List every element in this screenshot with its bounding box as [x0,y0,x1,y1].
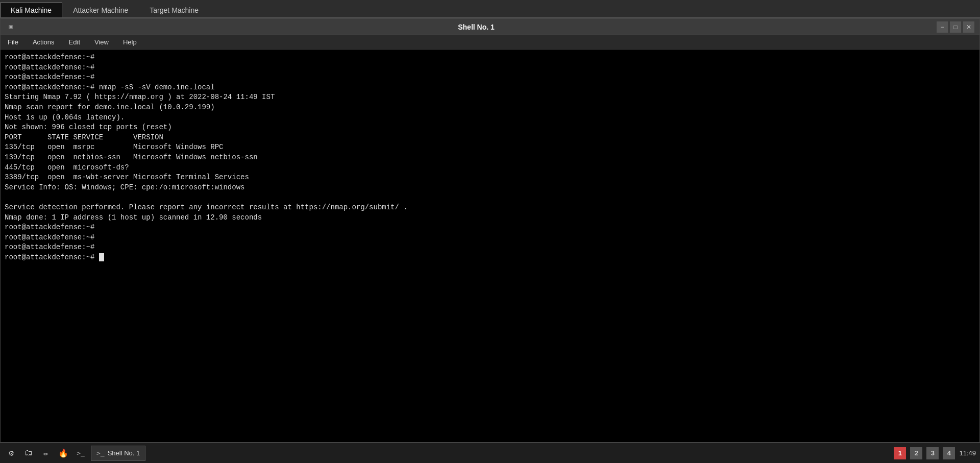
taskbar-firefox-icon[interactable]: 🔥 [56,446,70,460]
menu-help[interactable]: Help [120,37,140,47]
menu-view[interactable]: View [91,37,112,47]
menu-actions[interactable]: Actions [30,37,58,47]
taskbar: ⚙ 🗂 ✏ 🔥 >_ >_ Shell No. 1 1 2 3 4 11:49 [0,443,980,463]
tab-kali-machine[interactable]: Kali Machine [0,3,62,17]
taskbar-app-label: Shell No. 1 [108,449,140,457]
menu-bar: File Actions Edit View Help [1,35,979,50]
taskbar-editor-icon[interactable]: ✏ [39,446,53,460]
window-title: Shell No. 1 [16,23,937,31]
taskbar-shell-app[interactable]: >_ Shell No. 1 [91,446,145,461]
clock: 11:49 [959,449,976,457]
menu-file[interactable]: File [5,37,21,47]
pager-4-button[interactable]: 4 [943,447,955,459]
taskbar-right: 1 2 3 4 11:49 [894,447,976,459]
pager-1-button[interactable]: 1 [894,447,906,459]
minimize-button[interactable]: − [937,21,948,33]
terminal-output[interactable]: root@attackdefense:~# root@attackdefense… [1,50,979,442]
tab-bar: Kali Machine Attacker Machine Target Mac… [0,0,980,18]
window-controls: − □ ✕ [937,21,974,33]
taskbar-terminal-icon[interactable]: >_ [74,446,88,460]
title-bar-left: ▣ [6,22,16,32]
taskbar-files-icon[interactable]: 🗂 [21,446,36,460]
maximize-button[interactable]: □ [950,21,961,33]
taskbar-settings-icon[interactable]: ⚙ [4,446,18,460]
terminal-app-icon: ▣ [6,22,16,32]
taskbar-left: ⚙ 🗂 ✏ 🔥 >_ >_ Shell No. 1 [4,446,145,461]
close-button[interactable]: ✕ [963,21,974,33]
pager-2-button[interactable]: 2 [910,447,922,459]
tab-attacker-machine[interactable]: Attacker Machine [62,3,139,17]
terminal-cursor [99,253,104,261]
pager-3-button[interactable]: 3 [926,447,939,459]
title-bar: ▣ Shell No. 1 − □ ✕ [1,19,979,35]
terminal-window: ▣ Shell No. 1 − □ ✕ File Actions Edit Vi… [0,18,980,443]
tab-target-machine[interactable]: Target Machine [139,3,209,17]
menu-edit[interactable]: Edit [66,37,83,47]
